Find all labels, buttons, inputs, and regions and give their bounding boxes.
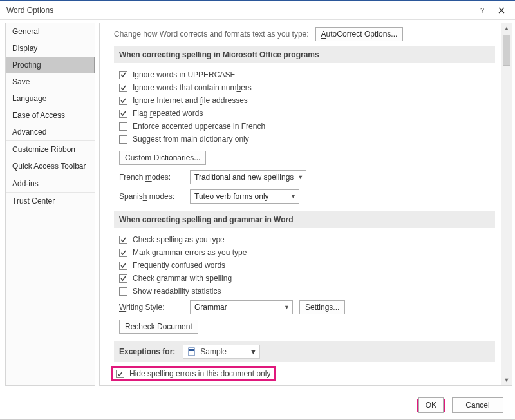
word-checkbox-1[interactable]	[119, 249, 127, 257]
scroll-down-icon[interactable]: ▼	[501, 375, 512, 385]
hide-grammar-checkbox[interactable]	[119, 385, 127, 386]
section-exceptions: Exceptions for: Sample ▼	[114, 341, 495, 362]
spanish-modes-label: Spanish modes:	[119, 192, 183, 201]
highlight-hide-spelling: Hide spelling errors in this document on…	[111, 366, 276, 381]
word-checkbox-0[interactable]	[119, 236, 127, 244]
office-check-row: Ignore words in UPPERCASE	[114, 68, 495, 81]
autocorrect-options-button[interactable]: AAutoCorrect Options...utoCorrect Option…	[315, 27, 404, 41]
hide-spelling-label: Hide spelling errors in this document on…	[129, 369, 270, 378]
office-checkbox-4[interactable]	[119, 122, 127, 131]
ok-button[interactable]: OK	[418, 397, 444, 413]
word-check-label: Check spelling as you type	[133, 235, 225, 244]
highlight-ok: OK	[417, 399, 445, 412]
office-check-row: Suggest from main dictionary only	[114, 133, 495, 146]
chevron-down-icon: ▼	[284, 304, 290, 310]
settings-button[interactable]: Settings...	[299, 300, 345, 314]
word-check-label: Frequently confused words	[133, 261, 225, 270]
spanish-modes-select[interactable]: Tuteo verb forms only ▼	[190, 189, 299, 204]
content: Change how Word corrects and formats tex…	[100, 23, 501, 385]
office-check-label: Enforce accented uppercase in French	[133, 122, 265, 131]
document-icon	[187, 347, 196, 356]
sidebar-item-save[interactable]: Save	[6, 73, 95, 90]
scroll-thumb[interactable]	[503, 35, 510, 66]
sidebar-item-trust-center[interactable]: Trust Center	[6, 193, 95, 209]
section-spelling-office: When correcting spelling in Microsoft Of…	[114, 46, 495, 63]
sidebar-item-advanced[interactable]: Advanced	[6, 124, 95, 140]
word-check-row: Mark grammar errors as you type	[114, 246, 495, 259]
cancel-button[interactable]: Cancel	[452, 397, 503, 413]
titlebar: Word Options ?	[0, 1, 515, 19]
office-checkbox-5[interactable]	[119, 135, 127, 144]
word-check-label: Show readability statistics	[133, 287, 221, 296]
word-check-label: Check grammar with spelling	[133, 274, 232, 283]
scroll-up-icon[interactable]: ▲	[501, 23, 512, 33]
section-spelling-word: When correcting spelling and grammar in …	[114, 211, 495, 228]
svg-rect-4	[189, 352, 192, 352]
office-checkbox-2[interactable]	[119, 97, 127, 105]
chevron-down-icon: ▼	[297, 174, 303, 180]
word-check-row: Show readability statistics	[114, 285, 495, 298]
office-check-row: Enforce accented uppercase in French	[114, 120, 495, 133]
scroll-track[interactable]	[501, 33, 512, 375]
word-check-row: Check grammar with spelling	[114, 272, 495, 285]
sidebar-item-quick-access-toolbar[interactable]: Quick Access Toolbar	[6, 158, 95, 175]
sidebar-item-display[interactable]: Display	[6, 40, 95, 57]
help-icon[interactable]: ?	[473, 3, 492, 18]
french-modes-select[interactable]: Traditional and new spellings ▼	[190, 170, 306, 184]
sidebar-item-ease-of-access[interactable]: Ease of Access	[6, 107, 95, 124]
recheck-document-button[interactable]: Recheck Document	[119, 320, 198, 334]
word-options-dialog: Word Options ? GeneralDisplayProofingSav…	[0, 0, 515, 420]
exceptions-document-select[interactable]: Sample ▼	[183, 345, 260, 359]
content-wrap: Change how Word corrects and formats tex…	[99, 23, 512, 386]
hide-spelling-checkbox[interactable]	[116, 370, 124, 378]
sidebar-item-customize-ribbon[interactable]: Customize Ribbon	[6, 141, 95, 158]
office-check-label: Ignore words in UPPERCASE	[133, 70, 235, 79]
scrollbar[interactable]: ▲ ▼	[501, 23, 512, 385]
exceptions-label: Exceptions for:	[119, 347, 175, 356]
office-check-row: Flag repeated words	[114, 107, 495, 120]
chevron-down-icon: ▼	[249, 347, 257, 356]
office-check-label: Suggest from main dictionary only	[133, 135, 249, 144]
office-checkbox-0[interactable]	[119, 71, 127, 79]
office-check-label: Flag repeated words	[133, 109, 203, 118]
sidebar: GeneralDisplayProofingSaveLanguageEase o…	[5, 23, 95, 386]
writing-style-label: Writing Style:	[119, 303, 183, 312]
office-checkbox-3[interactable]	[119, 110, 127, 118]
sidebar-item-general[interactable]: General	[6, 23, 95, 40]
office-checkbox-1[interactable]	[119, 84, 127, 92]
svg-rect-3	[189, 350, 194, 351]
word-check-label: Mark grammar errors as you type	[133, 248, 247, 257]
intro-row: Change how Word corrects and formats tex…	[114, 27, 495, 41]
dialog-title: Word Options	[6, 6, 53, 15]
sidebar-item-add-ins[interactable]: Add-ins	[6, 175, 95, 192]
custom-dictionaries-button[interactable]: Custom Dictionaries...	[119, 151, 206, 165]
svg-text:?: ?	[480, 6, 484, 14]
office-check-row: Ignore Internet and file addresses	[114, 94, 495, 107]
french-modes-label: French modes:	[119, 173, 183, 182]
word-check-row: Frequently confused words	[114, 259, 495, 272]
intro-text: Change how Word corrects and formats tex…	[114, 30, 309, 39]
hide-grammar-label: Hide grammar errors in this document onl…	[133, 385, 279, 385]
word-checkbox-2[interactable]	[119, 262, 127, 270]
office-check-row: Ignore words that contain numbers	[114, 81, 495, 94]
sidebar-item-proofing[interactable]: Proofing	[6, 57, 95, 73]
office-check-label: Ignore words that contain numbers	[133, 83, 252, 92]
chevron-down-icon: ▼	[290, 193, 296, 200]
svg-rect-2	[189, 349, 194, 350]
dialog-body: GeneralDisplayProofingSaveLanguageEase o…	[0, 19, 515, 390]
word-checkbox-3[interactable]	[119, 274, 127, 283]
word-checkbox-4[interactable]	[119, 287, 127, 296]
close-icon[interactable]	[492, 3, 511, 18]
dialog-footer: OK Cancel	[0, 390, 515, 419]
writing-style-select[interactable]: Grammar ▼	[190, 300, 293, 314]
word-check-row: Check spelling as you type	[114, 233, 495, 246]
office-check-label: Ignore Internet and file addresses	[133, 96, 248, 105]
sidebar-item-language[interactable]: Language	[6, 90, 95, 107]
